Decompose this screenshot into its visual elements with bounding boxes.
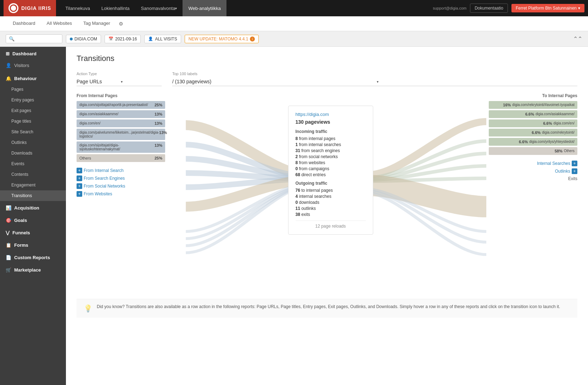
chevron-down-icon: ▾ [578,6,580,11]
top-labels-group: Top 100 labels / (130 pageviews) ▾ [172,72,577,86]
to-outlinks[interactable]: Outlinks [489,168,577,174]
search-box[interactable]: 🔍 [6,34,62,43]
to-others-pct: 58% [555,149,562,153]
did-you-know-text: Did you know? Transitions are also avail… [97,304,560,313]
chevron-down-icon: ▾ [121,80,162,84]
calendar-icon: 📅 [108,37,113,41]
to-others-label: Others [564,149,575,153]
sidebar-item-downloads[interactable]: Downloads [0,148,66,158]
from-title: From Internal Pages [77,93,165,98]
from-others-label: Others [79,156,91,160]
store-icon: 🛒 [6,267,11,273]
from-pct-1: 25% [155,103,162,107]
from-pct-3: 13% [155,121,162,125]
to-page-2[interactable]: 6.6% digia.com/asiakkaamme/ [489,110,577,118]
collapse-button[interactable]: ⌃⌃ [573,35,582,42]
to-url-2: digia.com/asiakkaamme/ [536,112,575,116]
outgoing-1: 76 to internal pages [296,188,366,193]
page-title: Transitions [77,54,577,63]
tab-dashboard[interactable]: Dashboard [7,16,41,31]
from-url-2: digia.com/asiakkaamme/ [79,112,118,116]
search-input[interactable] [16,37,62,41]
sidebar-item-pages[interactable]: Pages [0,84,66,95]
from-url-1: digia.com/sijoittajat/raportit-ja-presen… [79,103,148,107]
sidebar-item-acquisition[interactable]: 📊 Acquisition [0,201,66,213]
center-pageviews: 130 pageviews [296,119,366,125]
sidebar-item-entry-pages[interactable]: Entry pages [0,95,66,105]
from-page-3[interactable]: digia.com/en/ 13% [77,119,165,127]
sidebar-item-funnels[interactable]: ⋁ Funnels [0,226,66,238]
exits-label: Exits [489,176,577,181]
sidebar-item-exit-pages[interactable]: Exit pages [0,105,66,116]
sidebar-item-marketplace[interactable]: 🛒 Marketplace [0,263,66,275]
right-column: To Internal Pages 16% digia.com/rekrytoi… [489,93,577,181]
nav-lokienhallinta[interactable]: Lokienhallinta [96,0,135,16]
top-labels-select[interactable]: / (130 pageviews) ▾ [172,77,577,86]
user-menu-button[interactable]: Ferret Platform Btn Satunnainen ▾ [511,4,584,12]
from-others-pct: 25% [155,156,162,160]
funnel-icon: ⋁ [6,230,10,235]
to-internal-searches[interactable]: Internal Searches [489,161,577,166]
update-badge[interactable]: NEW UPDATE: MATOMO 4.4.1 i [185,35,259,43]
from-websites[interactable]: From Websites [77,191,165,197]
sidebar-item-transitions[interactable]: Transitions [0,190,66,201]
to-title: To Internal Pages [489,93,577,98]
nav-right-area: support@digia.com Dokumentaatio Ferret P… [433,4,584,13]
from-page-4[interactable]: digia.com/palvelumme/liiketoim...jarjest… [77,129,165,140]
from-search-engines[interactable]: From Search Engines [77,175,165,181]
to-page-3[interactable]: 6.6% digia.com/en/ [489,119,577,127]
sidebar-item-engagement[interactable]: Engagement [0,180,66,190]
center-url[interactable]: https://digia.com [296,112,366,117]
site-filter[interactable]: DIGIA.COM [66,35,101,43]
sidebar-item-goals[interactable]: 🎯 Goals [0,213,66,226]
tab-tag-manager[interactable]: Tag Manager [78,16,116,31]
from-page-2[interactable]: digia.com/asiakkaamme/ 13% [77,110,165,118]
controls-row: Action Type Page URLs ▾ Top 100 labels /… [77,72,577,86]
action-type-value: Page URLs [77,79,117,84]
form-icon: 📋 [6,242,11,248]
sidebar-item-dashboard[interactable]: ⊞ Dashboard [0,47,66,59]
from-social-networks[interactable]: From Social Networks [77,183,165,189]
sankey-diagram: From Internal Pages digia.com/sijoittaja… [77,93,577,292]
nav-webanalytiikka[interactable]: Web-analytiikka [183,0,226,16]
user-icon: 👤 [148,37,153,41]
segment-filter[interactable]: 👤 ALL VISITS [144,35,181,43]
to-pct-5: 6.6% [519,140,528,144]
page-reloads: 12 page reloads [296,221,366,229]
lightbulb-icon: 💡 [84,304,93,313]
from-internal-search[interactable]: From Internal Search [77,168,165,173]
sidebar-item-page-titles[interactable]: Page titles [0,116,66,127]
sidebar-item-custom-reports[interactable]: 📄 Custom Reports [0,251,66,263]
sidebar-item-behaviour[interactable]: 🔔 Behaviour [0,72,66,84]
settings-icon[interactable]: ⚙ [116,21,126,27]
date-filter[interactable]: 📅 2021-09-16 [105,35,141,43]
chart-icon: 📊 [6,205,11,211]
to-pct-2: 6.6% [525,112,534,116]
sidebar-item-forms[interactable]: 📋 Forms [0,238,66,251]
nav-sanomavalvonta[interactable]: Sanomavalvonta [135,0,183,16]
incoming-3: 31 from search engines [296,148,366,153]
site-label: DIGIA.COM [74,37,97,41]
sidebar-item-contents[interactable]: Contents [0,169,66,180]
outgoing-4: 11 outlinks [296,206,366,211]
page-content: Transitions Action Type Page URLs ▾ Top … [66,47,588,325]
target-icon: 🎯 [6,218,11,223]
from-others[interactable]: Others 25% [77,154,165,162]
from-page-5[interactable]: digia.com/sijoittajat/digia-sijoituskoht… [77,141,165,153]
action-type-label: Action Type [77,72,162,76]
to-page-1[interactable]: 16% digia.com/rekrytointi/#avoimet-tyopa… [489,101,577,109]
update-text: NEW UPDATE: MATOMO 4.4.1 [189,37,248,41]
tab-all-websites[interactable]: All Websites [41,16,78,31]
action-type-select[interactable]: Page URLs ▾ [77,77,162,86]
sidebar-item-outlinks[interactable]: Outlinks [0,137,66,148]
logo[interactable]: DIGIA IIRIS [4,0,56,16]
nav-tilannekuva[interactable]: Tilannekuva [60,0,96,16]
to-others[interactable]: 58% Others [489,147,577,155]
from-page-1[interactable]: digia.com/sijoittajat/raportit-ja-presen… [77,101,165,109]
documentation-button[interactable]: Dokumentaatio [470,4,508,13]
sidebar-item-visitors[interactable]: 👤 Visitors [0,59,66,72]
to-page-5[interactable]: 6.6% digia.com/yritys/yhteystiedot/ [489,138,577,146]
to-page-4[interactable]: 6.6% digia.com/rekrytointi/ [489,129,577,136]
sidebar-item-events[interactable]: Events [0,158,66,169]
sidebar-item-site-search[interactable]: Site Search [0,127,66,137]
